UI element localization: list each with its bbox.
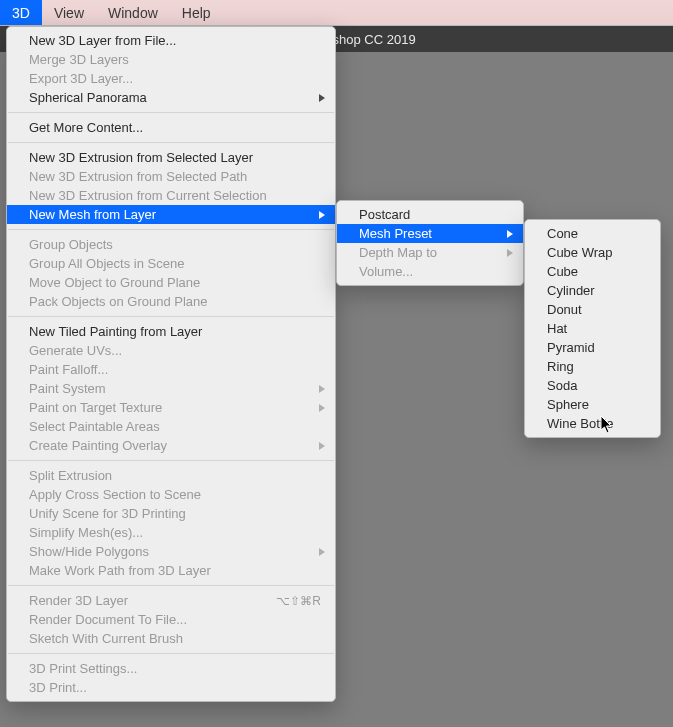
menu-item-label: Postcard [359, 207, 509, 222]
menu-3d-item-paint-falloff: Paint Falloff... [7, 360, 335, 379]
submenu1-item-volume: Volume... [337, 262, 523, 281]
submenu2-item-cone[interactable]: Cone [525, 224, 660, 243]
menu-item-label: Move Object to Ground Plane [29, 275, 321, 290]
menu-item-label: Pack Objects on Ground Plane [29, 294, 321, 309]
chevron-right-icon [507, 249, 513, 257]
menu-item-label: Cylinder [547, 283, 646, 298]
menu-3d-item-new-mesh-from-layer[interactable]: New Mesh from Layer [7, 205, 335, 224]
menu-separator [8, 142, 334, 143]
menu-item-label: Wine Bottle [547, 416, 646, 431]
menu-separator [8, 653, 334, 654]
menu-item-label: Simplify Mesh(es)... [29, 525, 321, 540]
menu-item-label: Group Objects [29, 237, 321, 252]
menu-3d-item-render-3d-layer: Render 3D Layer⌥⇧⌘R [7, 591, 335, 610]
menu-item-label: Cube Wrap [547, 245, 646, 260]
menu-item-label: Get More Content... [29, 120, 321, 135]
submenu2-item-wine-bottle[interactable]: Wine Bottle [525, 414, 660, 433]
menu-3d-item-new-3d-extrusion-from-selected-path: New 3D Extrusion from Selected Path [7, 167, 335, 186]
menu-3d-item-show-hide-polygons: Show/Hide Polygons [7, 542, 335, 561]
menu-3d-item-generate-uvs: Generate UVs... [7, 341, 335, 360]
submenu2-item-cube-wrap[interactable]: Cube Wrap [525, 243, 660, 262]
menu-item-label: Export 3D Layer... [29, 71, 321, 86]
menu-item-label: Paint System [29, 381, 321, 396]
menu-3d-item-export-3d-layer: Export 3D Layer... [7, 69, 335, 88]
menu-item-label: New Tiled Painting from Layer [29, 324, 321, 339]
submenu2-item-ring[interactable]: Ring [525, 357, 660, 376]
menu-3d-item-group-all-objects-in-scene: Group All Objects in Scene [7, 254, 335, 273]
menubar-item-help[interactable]: Help [170, 0, 223, 25]
submenu1-item-postcard[interactable]: Postcard [337, 205, 523, 224]
menu-item-label: Apply Cross Section to Scene [29, 487, 321, 502]
submenu2-item-pyramid[interactable]: Pyramid [525, 338, 660, 357]
menu-item-label: Donut [547, 302, 646, 317]
menu-item-label: Unify Scene for 3D Printing [29, 506, 321, 521]
menu-3d-item-new-3d-layer-from-file[interactable]: New 3D Layer from File... [7, 31, 335, 50]
menu-item-label: 3D Print... [29, 680, 321, 695]
menu-separator [8, 112, 334, 113]
submenu-new-mesh-from-layer: PostcardMesh PresetDepth Map toVolume... [336, 200, 524, 286]
menu-item-label: Soda [547, 378, 646, 393]
menu-item-label: Mesh Preset [359, 226, 509, 241]
menu-separator [8, 316, 334, 317]
menu-item-label: New 3D Extrusion from Current Selection [29, 188, 321, 203]
submenu1-item-mesh-preset[interactable]: Mesh Preset [337, 224, 523, 243]
menu-item-label: Volume... [359, 264, 509, 279]
menu-item-label: Cube [547, 264, 646, 279]
menu-item-label: 3D Print Settings... [29, 661, 321, 676]
menu-item-label: Cone [547, 226, 646, 241]
menu-item-label: Split Extrusion [29, 468, 321, 483]
menu-separator [8, 460, 334, 461]
chevron-right-icon [319, 548, 325, 556]
menu-item-label: Ring [547, 359, 646, 374]
menu-item-label: Paint on Target Texture [29, 400, 321, 415]
menubar-item-view[interactable]: View [42, 0, 96, 25]
menu-3d-item-pack-objects-on-ground-plane: Pack Objects on Ground Plane [7, 292, 335, 311]
submenu2-item-donut[interactable]: Donut [525, 300, 660, 319]
submenu2-item-hat[interactable]: Hat [525, 319, 660, 338]
menu-3d-item-create-painting-overlay: Create Painting Overlay [7, 436, 335, 455]
menu-item-label: Make Work Path from 3D Layer [29, 563, 321, 578]
menu-item-label: Depth Map to [359, 245, 509, 260]
menu-3d-item-move-object-to-ground-plane: Move Object to Ground Plane [7, 273, 335, 292]
menubar-item-3d[interactable]: 3D [0, 0, 42, 25]
submenu2-item-soda[interactable]: Soda [525, 376, 660, 395]
menu-item-label: New 3D Layer from File... [29, 33, 321, 48]
menu-3d-item-new-3d-extrusion-from-current-selection: New 3D Extrusion from Current Selection [7, 186, 335, 205]
menubar: 3DViewWindowHelp [0, 0, 673, 26]
menu-3d-item-3d-print: 3D Print... [7, 678, 335, 697]
chevron-right-icon [507, 230, 513, 238]
submenu2-item-cylinder[interactable]: Cylinder [525, 281, 660, 300]
menu-separator [8, 585, 334, 586]
menu-item-label: New 3D Extrusion from Selected Layer [29, 150, 321, 165]
menu-3d-item-new-tiled-painting-from-layer[interactable]: New Tiled Painting from Layer [7, 322, 335, 341]
menu-item-label: Render 3D Layer [29, 593, 256, 608]
menu-separator [8, 229, 334, 230]
menu-3d-item-sketch-with-current-brush: Sketch With Current Brush [7, 629, 335, 648]
menu-shortcut: ⌥⇧⌘R [276, 594, 321, 608]
menu-3d-item-get-more-content[interactable]: Get More Content... [7, 118, 335, 137]
menubar-item-window[interactable]: Window [96, 0, 170, 25]
menu-item-label: Pyramid [547, 340, 646, 355]
menu-item-label: Select Paintable Areas [29, 419, 321, 434]
menu-3d-item-merge-3d-layers: Merge 3D Layers [7, 50, 335, 69]
menu-3d-item-spherical-panorama[interactable]: Spherical Panorama [7, 88, 335, 107]
submenu1-item-depth-map-to: Depth Map to [337, 243, 523, 262]
menu-3d-item-3d-print-settings: 3D Print Settings... [7, 659, 335, 678]
menu-3d-item-new-3d-extrusion-from-selected-layer[interactable]: New 3D Extrusion from Selected Layer [7, 148, 335, 167]
menu-3d-item-unify-scene-for-3d-printing: Unify Scene for 3D Printing [7, 504, 335, 523]
menu-3d-item-split-extrusion: Split Extrusion [7, 466, 335, 485]
menu-3d: New 3D Layer from File...Merge 3D Layers… [6, 26, 336, 702]
menu-3d-item-render-document-to-file: Render Document To File... [7, 610, 335, 629]
chevron-right-icon [319, 404, 325, 412]
submenu-mesh-preset: ConeCube WrapCubeCylinderDonutHatPyramid… [524, 219, 661, 438]
menu-3d-item-group-objects: Group Objects [7, 235, 335, 254]
submenu2-item-sphere[interactable]: Sphere [525, 395, 660, 414]
menu-item-label: Spherical Panorama [29, 90, 321, 105]
menu-3d-item-apply-cross-section-to-scene: Apply Cross Section to Scene [7, 485, 335, 504]
chevron-right-icon [319, 211, 325, 219]
menu-3d-item-simplify-mesh-es: Simplify Mesh(es)... [7, 523, 335, 542]
submenu2-item-cube[interactable]: Cube [525, 262, 660, 281]
menu-item-label: Create Painting Overlay [29, 438, 321, 453]
menu-3d-item-paint-system: Paint System [7, 379, 335, 398]
chevron-right-icon [319, 385, 325, 393]
